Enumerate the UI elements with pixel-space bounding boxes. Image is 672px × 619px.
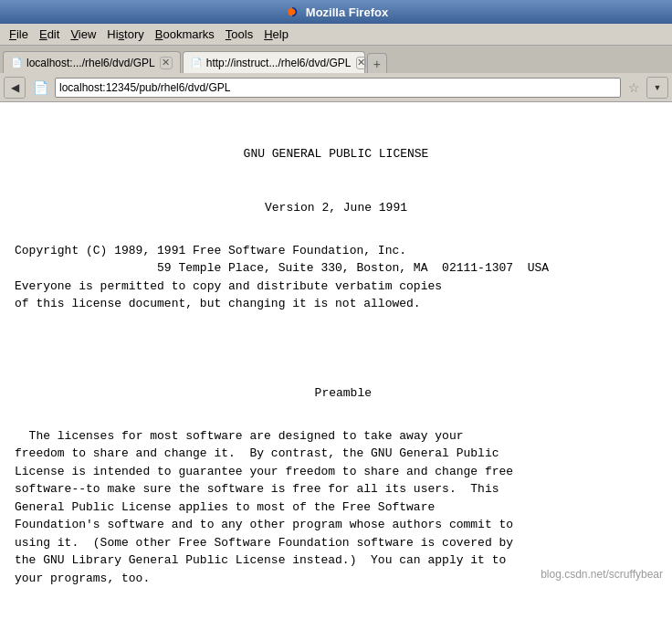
back-button[interactable]: ◀ xyxy=(4,77,26,99)
bookmark-star[interactable]: ☆ xyxy=(625,79,643,97)
dropdown-button[interactable]: ▼ xyxy=(646,77,668,99)
titlebar-text: Mozilla Firefox xyxy=(306,5,388,19)
copyright-block: Copyright (C) 1989, 1991 Free Software F… xyxy=(15,242,657,313)
tab-2-label: http://instruct.../rhel6/dvd/GPL xyxy=(206,57,352,69)
addressbar: ◀ 📄 localhost:12345/pub/rhel6/dvd/GPL ☆ … xyxy=(0,73,672,102)
menu-edit[interactable]: Edit xyxy=(34,26,65,43)
tab-1-label: localhost:.../rhel6/dvd/GPL xyxy=(26,57,155,69)
menu-history[interactable]: History xyxy=(101,26,149,43)
menu-tools[interactable]: Tools xyxy=(220,26,258,43)
menu-view[interactable]: View xyxy=(65,26,101,43)
menu-file[interactable]: File xyxy=(4,26,34,43)
tab-1-close[interactable]: ✕ xyxy=(160,57,173,69)
content-area: GNU GENERAL PUBLIC LICENSE Version 2, Ju… xyxy=(0,102,672,619)
menu-bookmarks[interactable]: Bookmarks xyxy=(150,26,220,43)
address-text: localhost:12345/pub/rhel6/dvd/GPL xyxy=(59,81,616,94)
page-icon-2: 📄 xyxy=(191,58,202,68)
preamble-text: The licenses for most software are desig… xyxy=(15,427,657,588)
new-tab-button[interactable]: + xyxy=(367,53,387,73)
title-line1: GNU GENERAL PUBLIC LICENSE xyxy=(244,147,429,161)
page-icon-1: 📄 xyxy=(11,58,22,68)
firefox-icon xyxy=(284,4,300,20)
tab-2[interactable]: 📄 http://instruct.../rhel6/dvd/GPL ✕ xyxy=(183,51,365,73)
titlebar: Mozilla Firefox xyxy=(0,0,672,24)
preamble-heading: Preamble xyxy=(15,366,657,402)
tab-2-close[interactable]: ✕ xyxy=(356,57,366,69)
menubar: File Edit View History Bookmarks Tools H… xyxy=(0,24,672,46)
page-icon-address: 📄 xyxy=(29,77,51,99)
menu-help[interactable]: Help xyxy=(258,26,294,43)
tabbar: 📄 localhost:.../rhel6/dvd/GPL ✕ 📄 http:/… xyxy=(0,46,672,73)
address-bar-input[interactable]: localhost:12345/pub/rhel6/dvd/GPL xyxy=(55,78,621,98)
tab-1[interactable]: 📄 localhost:.../rhel6/dvd/GPL ✕ xyxy=(3,51,181,73)
title-line2: Version 2, June 1991 xyxy=(265,201,407,215)
license-title: GNU GENERAL PUBLIC LICENSE Version 2, Ju… xyxy=(15,128,657,217)
